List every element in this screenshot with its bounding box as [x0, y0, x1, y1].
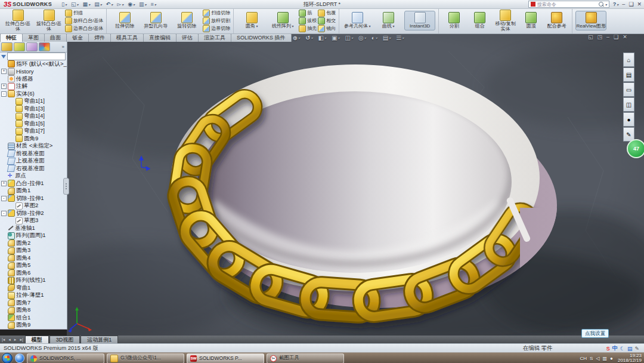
propertymanager-tab-icon[interactable] [14, 42, 25, 51]
tree-item[interactable]: 右视基准面 [1, 165, 67, 173]
view-tool-icon[interactable]: ◫▾ [345, 35, 352, 41]
panel-overflow-button[interactable]: » [62, 44, 66, 50]
command-search[interactable]: 搜索命令 ▾ [528, 1, 609, 8]
tab-nav-button[interactable]: ▸| [18, 336, 24, 343]
ribbon-button[interactable]: 拉伸切除 [110, 11, 140, 30]
ribbon-button[interactable]: 旋转凸台/基体 [34, 9, 64, 32]
tree-item[interactable]: + History [1, 68, 67, 76]
tray-icon[interactable]: ▥ [603, 356, 608, 361]
ribbon-button[interactable]: 放样凸台/基体 [65, 17, 103, 24]
ribbon-button[interactable]: 线性阵列 [268, 11, 298, 30]
view-tool-icon[interactable]: ◧▾ [318, 35, 326, 41]
search-caret-icon[interactable]: ▾ [605, 2, 607, 7]
tree-item[interactable]: 阵列(圆周)1 [1, 232, 67, 240]
ribbon-button[interactable]: RealView图形 [575, 11, 606, 30]
tree-item[interactable]: 圆角2 [1, 239, 67, 247]
tree-item[interactable]: 指环 (默认<<默认>_显示状态 [1, 60, 67, 68]
tray-icon[interactable]: ● [610, 356, 613, 361]
doc-window-button[interactable]: ◱ [588, 34, 593, 40]
ribbon-button[interactable]: 镜向 [318, 24, 336, 32]
tree-filter-input[interactable] [7, 53, 66, 60]
doc-window-button[interactable]: ✕ [623, 34, 627, 40]
tree-item[interactable]: 草图2 [1, 202, 67, 210]
tray-icon[interactable]: S [590, 356, 593, 361]
graphics-viewport[interactable] [67, 33, 644, 336]
panel-splitter-handle[interactable] [63, 178, 69, 195]
ribbon-button[interactable]: 扫描 [65, 9, 103, 17]
taskbar-clock[interactable]: 19:23 2018/12/19 [616, 353, 642, 363]
configurationmanager-tab-icon[interactable] [26, 42, 38, 51]
tree-item[interactable]: 圆角1 [1, 187, 67, 195]
doc-window-button[interactable]: ◳ [597, 34, 603, 40]
tree-item[interactable]: 圆角7 [1, 299, 67, 307]
tree-item[interactable]: 圆角6 [1, 269, 67, 277]
taskbar-button[interactable]: G:\微信公众号\1... [107, 353, 184, 363]
view-tool-icon[interactable]: ◐▾ [371, 35, 377, 41]
command-tab[interactable]: 特征 [0, 33, 23, 42]
task-pane-tab[interactable]: ◫ [623, 97, 634, 112]
scroll-right-arrow[interactable]: ▸ [60, 330, 67, 330]
search-icon[interactable] [599, 2, 603, 7]
tab-nav-button[interactable]: ▸ [13, 336, 18, 343]
doc-window-button[interactable]: ❑ [614, 34, 618, 40]
tree-horizontal-scrollbar[interactable]: ◂ ▸ [0, 329, 67, 330]
taskbar-button[interactable]: ✂ 截图工具 [267, 353, 344, 363]
quick-access-button[interactable]: ▯▾ [61, 1, 67, 7]
tree-item[interactable]: 圆角9 [1, 322, 67, 330]
quick-access-button[interactable]: ▤▾ [94, 1, 102, 7]
ribbon-button[interactable]: 异型孔向导 [141, 11, 171, 30]
tree-item[interactable]: - 实体(6) [1, 90, 67, 98]
model-tab[interactable]: 运动算例1 [80, 336, 118, 343]
tree-item[interactable]: 传感器 [1, 75, 67, 83]
taskbar-button[interactable]: SW SOLIDWORKS P... [187, 353, 264, 363]
ribbon-button[interactable]: 组合 [467, 12, 492, 29]
tree-item[interactable]: 基准轴1 [1, 224, 67, 232]
tray-icon[interactable]: ◁ [596, 356, 599, 361]
tray-icon[interactable]: CH [580, 356, 587, 361]
tree-item[interactable]: 草图3 [1, 217, 67, 225]
browser-icon[interactable] [15, 353, 24, 363]
command-tab[interactable]: 草图 [22, 33, 45, 42]
ime-icon[interactable]: ☾ [620, 346, 625, 352]
model-tab[interactable]: 3D视图 [49, 336, 80, 343]
tree-item[interactable]: 圆角4 [1, 254, 67, 262]
task-pane-tab[interactable]: ▭ [623, 82, 634, 97]
tree-item[interactable]: + 注解 [1, 83, 67, 91]
task-pane-tab[interactable]: ● [623, 112, 634, 127]
ribbon-button[interactable]: 扫描切除 [203, 9, 230, 17]
expander-icon[interactable]: + [1, 84, 7, 89]
quick-access-button[interactable]: ↶▾ [106, 1, 113, 7]
quick-access-button[interactable]: ▻▾ [117, 1, 123, 7]
tree-item[interactable]: - 切除-拉伸1 [1, 195, 67, 202]
tree-item[interactable]: 圆角3 [1, 247, 67, 255]
tab-nav-button[interactable]: ◂ [7, 336, 13, 343]
view-tool-icon[interactable]: ☰▾ [396, 35, 404, 41]
ribbon-button[interactable]: Instant3D [404, 11, 435, 30]
doc-window-button[interactable]: – [606, 34, 609, 40]
view-tool-icon[interactable]: ▤▾ [383, 35, 391, 41]
view-tool-icon[interactable]: ◎▾ [358, 35, 366, 41]
ribbon-button[interactable]: 参考几何体 [342, 11, 372, 30]
command-tab[interactable]: 直接编辑 [143, 33, 177, 42]
ribbon-button[interactable]: 分割 [442, 12, 466, 29]
ribbon-button[interactable]: 拔模 [299, 17, 317, 24]
tree-item[interactable]: 圆角5 [1, 262, 67, 270]
tree-item[interactable]: 拉伸-薄壁1 [1, 292, 67, 300]
task-pane-tab[interactable]: ⌂ [623, 53, 634, 67]
tree-item[interactable]: 弯曲1[1] [1, 98, 67, 106]
command-tab[interactable]: 曲面 [44, 33, 67, 42]
tree-item[interactable]: 弯曲1[5] [1, 120, 67, 128]
ribbon-button[interactable]: 相交 [318, 17, 336, 24]
view-tool-icon[interactable]: ▣▾ [332, 35, 339, 41]
ime-icon[interactable]: ✎ [634, 346, 639, 352]
ribbon-button[interactable]: 抽壳 [299, 24, 317, 32]
ime-icon[interactable]: ▤ [627, 346, 633, 352]
ribbon-button[interactable]: 旋转切除 [172, 11, 202, 30]
displaymanager-tab-icon[interactable] [39, 42, 50, 51]
ribbon-button[interactable]: 圆角 [237, 11, 267, 30]
ribbon-button[interactable]: 圆顶 [519, 12, 543, 29]
command-tab[interactable]: 焊件 [88, 33, 111, 42]
tree-item[interactable]: 弯曲1 [1, 284, 67, 292]
ribbon-button[interactable]: 拉伸凸台/基体 [3, 9, 33, 32]
view-tool-icon[interactable]: ⊕▾ [293, 35, 300, 41]
